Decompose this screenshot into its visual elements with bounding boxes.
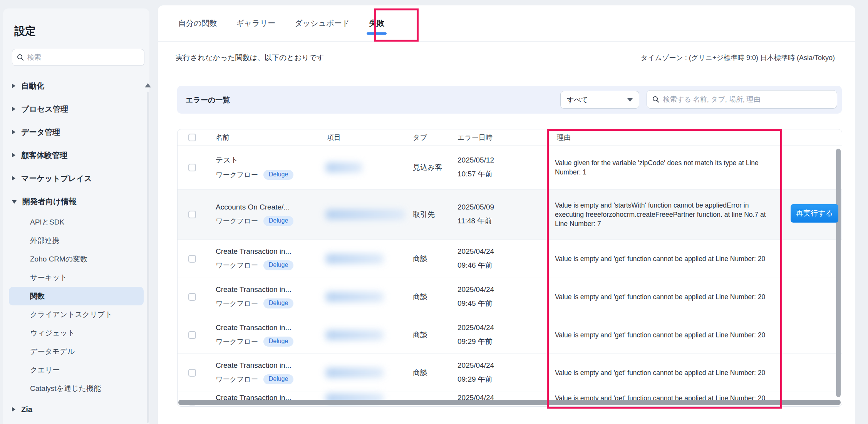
row-checkbox[interactable] [188, 369, 196, 377]
chevron-down-icon [627, 98, 633, 102]
error-reason: Value is empty and 'get' function cannot… [555, 254, 778, 263]
caret-right-icon [12, 153, 15, 158]
column-header-tab: タブ [413, 133, 427, 142]
sidebar-item-14[interactable]: クエリー [9, 361, 144, 379]
sidebar-item-9[interactable]: サーキット [9, 268, 144, 287]
sidebar-item-label: 顧客体験管理 [21, 150, 67, 161]
date-cell: 2025/04/24 09:45 午前 [457, 285, 494, 308]
caret-right-icon [12, 107, 15, 111]
row-checkbox[interactable] [188, 331, 196, 339]
row-checkbox[interactable] [188, 293, 196, 301]
vertical-scrollbar[interactable] [836, 149, 841, 397]
function-name[interactable]: Create Transaction in... [216, 361, 331, 370]
tab-cell: 商談 [413, 368, 427, 378]
function-name[interactable]: テスト [216, 155, 331, 165]
error-time: 11:48 午前 [457, 216, 494, 226]
error-date: 2025/04/24 [457, 285, 494, 294]
sidebar-title: 設定 [14, 24, 36, 39]
sidebar-item-16[interactable]: Zia [9, 398, 144, 421]
table-body: テスト ワークフロー Deluge 見込み客 2025/05/12 10:57 … [178, 146, 842, 407]
function-name[interactable]: Create Transaction in... [216, 247, 331, 256]
function-meta: ワークフロー Deluge [216, 260, 331, 270]
date-cell: 2025/04/24 09:29 午前 [457, 323, 494, 347]
sidebar-item-13[interactable]: データモデル [9, 342, 144, 361]
error-list-title: エラーの一覧 [186, 95, 230, 105]
error-filter-dropdown[interactable]: すべて [560, 91, 639, 109]
function-meta: ワークフロー Deluge [216, 337, 331, 347]
tab-3[interactable]: 失敗 [369, 5, 384, 41]
deluge-badge: Deluge [263, 216, 294, 226]
error-date: 2025/04/24 [457, 361, 494, 370]
sidebar-search[interactable] [12, 49, 144, 66]
sidebar-item-6[interactable]: APIとSDK [9, 213, 144, 231]
error-search-input[interactable] [663, 96, 831, 104]
sidebar-item-0[interactable]: 自動化 [9, 74, 144, 97]
tab-cell: 取引先 [413, 209, 435, 220]
sidebar-item-15[interactable]: Catalystを通じた機能 [9, 379, 144, 398]
tab-2[interactable]: ダッシュボード [295, 5, 350, 41]
tab-0[interactable]: 自分の関数 [178, 5, 217, 41]
deluge-badge: Deluge [263, 170, 294, 180]
function-source: ワークフロー [216, 170, 258, 179]
rerun-button[interactable]: 再実行する [791, 204, 838, 223]
caret-right-icon [12, 407, 15, 412]
deluge-badge: Deluge [263, 260, 294, 270]
name-cell: テスト ワークフロー Deluge [216, 155, 331, 180]
masked-item-value [326, 209, 405, 220]
date-cell: 2025/05/09 11:48 午前 [457, 203, 494, 226]
deluge-badge: Deluge [263, 337, 294, 347]
error-time: 10:57 午前 [457, 169, 494, 179]
masked-item-value [326, 292, 384, 302]
caret-right-icon [12, 130, 15, 134]
masked-item-value [326, 163, 362, 173]
sidebar-item-1[interactable]: プロセス管理 [9, 97, 144, 121]
error-time: 09:29 午前 [457, 337, 494, 347]
sidebar-item-label: データ管理 [21, 127, 60, 137]
name-cell: Accounts On Create/... ワークフロー Deluge [216, 203, 331, 226]
error-reason: Value is empty and 'get' function cannot… [555, 368, 778, 377]
error-search[interactable] [647, 90, 837, 109]
sidebar-item-2[interactable]: データ管理 [9, 121, 144, 144]
column-header-date: エラー日時 [457, 133, 493, 142]
search-icon [652, 96, 659, 103]
function-source: ワークフロー [216, 375, 258, 384]
row-checkbox[interactable] [188, 255, 196, 263]
sidebar-item-5[interactable]: 開発者向け情報 [9, 190, 144, 213]
caret-right-icon [12, 84, 15, 88]
caret-right-icon [12, 176, 15, 181]
sidebar-item-label: Catalystを通じた機能 [30, 384, 101, 394]
sidebar-menu: 自動化プロセス管理データ管理顧客体験管理マーケットプレイス開発者向け情報APIと… [3, 74, 149, 421]
sidebar-item-3[interactable]: 顧客体験管理 [9, 144, 144, 167]
sidebar-item-label: APIとSDK [30, 217, 64, 227]
error-time: 09:45 午前 [457, 298, 494, 308]
sidebar-item-10[interactable]: 関数 [9, 287, 144, 305]
error-reason: Value given for the variable 'zipCode' d… [555, 158, 778, 177]
horizontal-scrollbar[interactable] [178, 400, 841, 405]
function-source: ワークフロー [216, 337, 258, 346]
sidebar-item-12[interactable]: ウィジェット [9, 324, 144, 342]
select-all-checkbox[interactable] [188, 134, 196, 141]
row-checkbox[interactable] [188, 406, 196, 407]
sidebar-item-label: サーキット [30, 273, 67, 283]
sidebar-item-7[interactable]: 外部連携 [9, 231, 144, 250]
sidebar-item-4[interactable]: マーケットプレイス [9, 167, 144, 190]
sidebar-item-8[interactable]: Zoho CRMの変数 [9, 250, 144, 268]
sidebar-item-11[interactable]: クライアントスクリプト [9, 305, 144, 324]
row-checkbox[interactable] [188, 164, 196, 171]
function-meta: ワークフロー Deluge [216, 374, 331, 384]
function-meta: ワークフロー Deluge [216, 298, 331, 308]
error-reason: Value is empty and 'get' function cannot… [555, 292, 778, 302]
row-checkbox[interactable] [188, 211, 196, 218]
error-time: 09:46 午前 [457, 260, 494, 270]
error-date: 2025/05/12 [457, 156, 494, 164]
function-name[interactable]: Accounts On Create/... [216, 203, 331, 211]
screen: 設定 自動化プロセス管理データ管理顧客体験管理マーケットプレイス開発者向け情報A… [0, 0, 868, 424]
function-name[interactable]: Create Transaction in... [216, 285, 331, 294]
table-row: Create Transaction in... ワークフロー Deluge 商… [178, 278, 842, 316]
sidebar-search-input[interactable] [27, 54, 139, 62]
column-header-name: 名前 [216, 133, 230, 142]
tab-1[interactable]: ギャラリー [236, 5, 275, 41]
function-name[interactable]: Create Transaction in... [216, 323, 331, 332]
masked-item-value [326, 330, 384, 340]
masked-item-value [326, 254, 384, 264]
